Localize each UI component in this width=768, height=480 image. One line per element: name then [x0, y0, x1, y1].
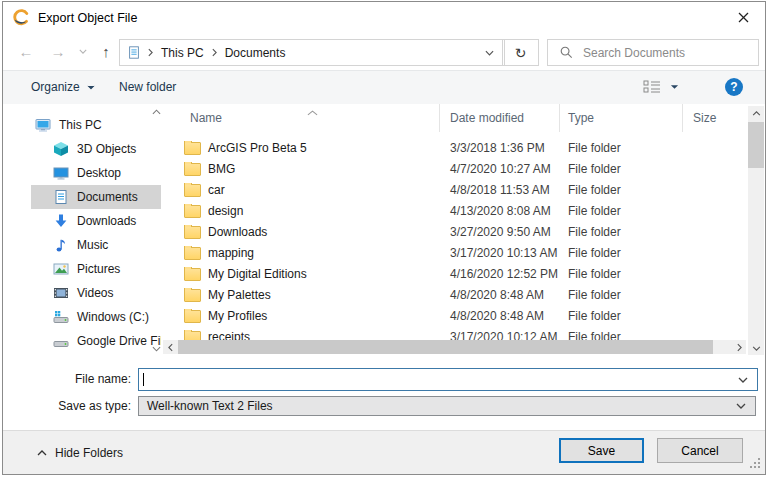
scroll-left-button[interactable] — [163, 340, 177, 354]
title-bar: Export Object File — [3, 2, 765, 33]
scroll-down-button[interactable] — [748, 341, 764, 355]
chevron-right-icon — [737, 343, 742, 352]
sidebar-item-pictures[interactable]: Pictures — [3, 257, 161, 281]
cancel-button[interactable]: Cancel — [657, 438, 743, 463]
scroll-right-button[interactable] — [732, 340, 746, 354]
save-as-type-dropdown[interactable]: Well-known Text 2 Files — [138, 396, 756, 416]
file-name-input[interactable] — [144, 373, 738, 387]
table-row[interactable]: My Palettes 4/8/2020 8:48 AM File folder — [161, 284, 748, 305]
sidebar-label: Music — [77, 238, 108, 252]
folder-icon — [184, 268, 201, 281]
breadcrumb-separator-icon — [212, 48, 217, 57]
up-button[interactable]: ↑ — [93, 33, 119, 70]
file-date: 4/13/2020 8:08 AM — [440, 204, 560, 218]
view-mode-button[interactable] — [643, 71, 679, 103]
up-icon: ↑ — [102, 43, 110, 60]
save-button[interactable]: Save — [559, 438, 644, 463]
chevron-down-icon — [752, 346, 761, 351]
scroll-up-button[interactable] — [748, 106, 764, 120]
folder-icon — [184, 163, 201, 176]
file-name: design — [208, 204, 243, 218]
table-row[interactable]: My Digital Editions 4/16/2020 12:52 PM F… — [161, 263, 748, 284]
file-name: mapping — [208, 246, 254, 260]
sidebar-item-documents[interactable]: Documents — [3, 185, 161, 209]
vertical-scrollbar[interactable] — [748, 106, 764, 355]
chevron-down-icon — [736, 403, 746, 409]
file-name-combobox[interactable] — [138, 368, 758, 391]
file-type: File folder — [560, 183, 683, 197]
column-header-size[interactable]: Size — [683, 104, 748, 132]
folder-icon — [184, 142, 201, 155]
location-document-icon — [127, 45, 141, 60]
sidebar-item-music[interactable]: Music — [3, 233, 161, 257]
table-row[interactable]: My Profiles 4/8/2020 8:48 AM File folder — [161, 305, 748, 326]
column-header-type[interactable]: Type — [560, 104, 683, 132]
windows-drive-icon — [53, 309, 69, 325]
column-label: Date modified — [450, 111, 524, 125]
horizontal-scrollbar[interactable] — [163, 340, 746, 354]
sidebar-item-3d-objects[interactable]: 3D Objects — [3, 137, 161, 161]
sidebar-item-google-drive[interactable]: Google Drive File — [3, 329, 161, 353]
file-type: File folder — [560, 246, 683, 260]
breadcrumb[interactable]: This PC Documents — [119, 39, 505, 66]
chevron-down-icon — [738, 377, 748, 383]
breadcrumb-separator-icon — [148, 48, 153, 57]
organize-button[interactable]: Organize — [31, 71, 95, 103]
table-row[interactable]: car 4/8/2018 11:53 AM File folder — [161, 179, 748, 200]
desktop-icon — [53, 165, 69, 181]
forward-button[interactable]: → — [45, 33, 71, 70]
search-input[interactable] — [581, 45, 758, 61]
address-dropdown-button[interactable] — [475, 50, 504, 56]
address-bar-row: ← → ↑ This PC Documents — [3, 33, 765, 70]
file-name: ArcGIS Pro Beta 5 — [208, 141, 307, 155]
column-header-name[interactable]: Name — [161, 104, 440, 132]
hide-folders-button[interactable]: Hide Folders — [37, 441, 123, 465]
refresh-icon: ↻ — [515, 45, 527, 61]
table-row[interactable]: mapping 3/17/2020 10:13 AM File folder — [161, 242, 748, 263]
file-date: 3/27/2020 9:50 AM — [440, 225, 560, 239]
new-folder-button[interactable]: New folder — [119, 71, 176, 103]
back-button[interactable]: ← — [13, 33, 39, 70]
table-row[interactable]: BMG 4/7/2020 10:27 AM File folder — [161, 158, 748, 179]
search-box[interactable] — [547, 39, 759, 66]
recent-locations-button[interactable] — [75, 33, 91, 70]
folder-icon — [184, 184, 201, 197]
file-name-dropdown-button[interactable] — [738, 377, 757, 383]
refresh-button[interactable]: ↻ — [502, 39, 539, 66]
file-date: 4/8/2018 11:53 AM — [440, 183, 560, 197]
horizontal-scroll-thumb[interactable] — [178, 340, 713, 354]
footer-bar: Hide Folders Save Cancel — [3, 430, 765, 474]
file-type: File folder — [560, 225, 683, 239]
sidebar-item-downloads[interactable]: Downloads — [3, 209, 161, 233]
sidebar-item-videos[interactable]: Videos — [3, 281, 161, 305]
column-label: Name — [190, 111, 222, 125]
close-button[interactable] — [727, 6, 759, 28]
sidebar-item-desktop[interactable]: Desktop — [3, 161, 161, 185]
column-header-date-modified[interactable]: Date modified — [440, 104, 560, 132]
sidebar-label: This PC — [59, 118, 102, 132]
save-as-type-value: Well-known Text 2 Files — [147, 399, 273, 413]
close-icon — [738, 12, 749, 23]
help-button[interactable]: ? — [725, 71, 743, 103]
file-type: File folder — [560, 288, 683, 302]
main-area: This PC 3D Objects Desktop — [3, 104, 765, 357]
table-row[interactable]: ArcGIS Pro Beta 5 3/3/2018 1:36 PM File … — [161, 137, 748, 158]
file-name-label: File name: — [3, 372, 131, 386]
save-as-type-dropdown-button[interactable] — [736, 403, 755, 409]
breadcrumb-item-this-pc[interactable]: This PC — [160, 46, 205, 60]
file-name: car — [208, 183, 225, 197]
file-date: 3/3/2018 1:36 PM — [440, 141, 560, 155]
chevron-left-icon — [168, 343, 173, 352]
organize-label: Organize — [31, 80, 80, 94]
table-row[interactable]: Downloads 3/27/2020 9:50 AM File folder — [161, 221, 748, 242]
breadcrumb-item-documents[interactable]: Documents — [224, 46, 287, 60]
search-icon — [560, 46, 573, 59]
column-headers: Name Date modified Type Size — [161, 104, 748, 132]
file-name: My Digital Editions — [208, 267, 307, 281]
vertical-scroll-thumb[interactable] — [748, 122, 764, 168]
folder-icon — [184, 310, 201, 323]
sidebar-item-windows-c[interactable]: Windows (C:) — [3, 305, 161, 329]
table-row[interactable]: design 4/13/2020 8:08 AM File folder — [161, 200, 748, 221]
sidebar-item-this-pc[interactable]: This PC — [3, 113, 161, 137]
resize-grip[interactable] — [750, 458, 752, 460]
